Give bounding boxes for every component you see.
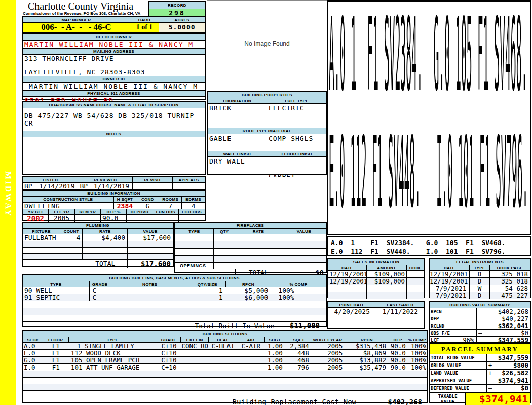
wall-finish-label: WALL FINISH [208,151,267,157]
sketch-panel: A.0 1 F1 SV2384. G.0 105 F1 SV468. E.0 1… [327,0,531,235]
building-sections-title: BUILDING SECTIONS [23,331,427,337]
sales-empty-row [328,285,424,292]
plumbing-empty-row [23,248,173,254]
plumbing-title: PLUMBING [23,223,173,229]
cond-label: COND [136,197,159,202]
physical-address-label: PHYSICAL 911 ADDRESS [23,91,205,97]
legal-date-col-header: DATE [430,265,470,271]
owner-id-label: OWNER ID [23,76,205,83]
building-info-title: BUILDING INFORMATION [23,191,205,197]
plumbing-card: PLUMBING FIXTURE COUNT RATE VALUE FULLBA… [22,222,174,267]
section-empty-row [23,378,427,384]
dep-value: 90.0 [101,215,127,222]
print-date-value: 4/20/2025 [328,308,376,315]
sections-total-value: $402,268 [356,397,422,405]
section-row: I.0 F1 101 ATT UNF GARAGE C+10 1.00 796 … [23,364,427,371]
parcel-row: OBLDG VALUE + $800 [430,362,530,370]
sketch-legend: A.0 1 F1 SV2384. G.0 105 F1 SV468. E.0 1… [327,236,531,256]
heat-col-header: HEAT [209,337,237,343]
rpcn-col-header: RPCN [345,337,389,343]
value-summary-row: OBS F/E – $0 [430,330,530,337]
listed-label: LISTED [23,177,78,183]
construction-style-value: DWELLING [23,202,114,209]
record-box: RECORD 298 [148,1,206,17]
notes-label: NOTES [23,131,205,137]
acres-label: ACRES [159,17,205,23]
sections-total-label: Building Replacement Cost New [233,397,356,405]
ecoobs-label: ECO OBS [179,209,205,215]
sketch-section-text-1: A.0 1 F1 SV2384. G.0 105 F1 SV468. [329,8,527,109]
built-ins-empty-row [23,315,326,322]
depovr-label: DEPOVR [127,209,153,215]
ecoobs-value [179,215,205,222]
bi-comp-col-header: % COMP [271,281,326,287]
dba-label: DBA/BUISNESS NAME/HOUSE NAME & LEGAL DES… [23,102,205,108]
revisit-value [133,183,173,190]
map-card-acres: MAP NUMBER CARD ACRES 006- - A- - - 46-C… [22,16,206,33]
hsqft-label: H SQFT [114,197,137,202]
built-ins-empty-row [23,301,326,308]
building-properties-title: BUILDING PROPERTIES [208,92,326,98]
comp-col-header: % COMP [407,337,428,343]
legal-row: 7/9/2021 D 475 227 [430,292,530,299]
rate-col-header: RATE [83,229,128,234]
reviewed-label: REVIEWED [78,177,133,183]
building-properties-card: BUILDING PROPERTIES FOUNDATION FUEL TYPE… [207,91,327,175]
taxable-value-label: TAXABLE VALUE [430,393,466,405]
value-summary-row: RCLND $362,041 [430,322,530,330]
card-label: CARD [130,17,159,23]
owner-id-value: MARTIN WILLIAM NOBLE III & NANCY M [23,83,205,91]
sec-col-header: SEC# [23,337,43,343]
construction-style-label: CONSTRUCTION STYLE [23,197,114,202]
binder-tab-strip: MIDWAY [0,0,16,405]
yrblt-label: YR BLT [23,209,49,215]
bdrms-value: 4 [182,202,205,209]
built-ins-row: 90 WELL C 1 $5,000 100% [23,287,326,294]
district-tab-label: MIDWAY [3,171,13,217]
sales-card: SALES INFORMATION DATE AMOUNT CODE 12/19… [327,258,425,298]
legal-row: 12/19/2001 D 325 018 [430,271,530,278]
section-empty-row [23,384,427,391]
funobs-label: FUN OBS [153,209,179,215]
print-date-label: PRINT DATE [328,302,376,308]
sales-row: 12/19/2001 $109,000 [328,278,424,285]
foundation-label: FOUNDATION [208,98,267,104]
legal-book-col-header: BOOK PAGE [490,265,530,271]
value-summary-card: BUILDING VALUE SUMMARY RPCN $402,268 DEP… [429,301,531,343]
effyr-value: 2005 [49,215,74,222]
yrblt-value: 2002 [23,215,49,222]
fp-type-col-header: TYPE [175,229,214,234]
roof-material-value: COMP SHGLS [267,134,326,151]
legal-card: LEGAL INSTRUMENTS DATE TYPE BOOK PAGE 12… [429,258,531,298]
fireplaces-empty-row [175,241,326,249]
bdrms-label: BDRMS [182,197,205,202]
county-title: Charlotte County Virginia [22,1,148,11]
remyr-value [75,215,101,222]
appeals-value [173,183,205,190]
revisit-label: REVISIT [133,177,173,183]
value-summary-row: DEP – $40,227 [430,315,530,322]
parcel-summary-title: PARCEL SUMMARY [430,344,530,354]
property-record-card: MIDWAY Charlotte County Virginia Commiss… [0,0,532,405]
sales-date-col-header: DATE [328,265,367,271]
building-info-card: BUILDING INFORMATION CONSTRUCTION STYLE … [22,190,206,221]
print-info-card: PRINT DATE LAST SAVED 4/20/2025 1/11/202… [327,301,425,329]
mailing-line2: FAYETTEVILLE, NC 28303-8303 [23,69,205,76]
built-ins-title: BUILDING BUILT INS, BASEMENTS, ATTICS & … [23,275,326,281]
built-ins-total-value: $11,000 [274,322,320,330]
parcel-row: LAND VALUE + $26,582 [430,370,530,377]
parcel-summary-card: PARCEL SUMMARY TOTAL BLDG VALUE $347,559… [429,343,531,403]
card-value: 1 of 1 [130,23,159,32]
whgt-col-header: WHGT [313,337,325,343]
sketch-legend-line-2: E.0 112 F1 SV448. I.0 101 F1 SV796. [331,247,530,256]
legal-row: 7/9/2021 W 54 628 [430,285,530,292]
extfin-col-header: EXT FIN [181,337,209,343]
bi-rpcn-col-header: RPCN [226,281,272,287]
mailing-line1: 313 THORNCLIFF DRIVE [23,55,205,62]
effyr-label: EFF YR [49,209,74,215]
taxable-value-row: TAXABLE VALUE $374,941 [430,392,530,405]
rooms-value: 7 [159,202,182,209]
parcel-row: DEFERRED VALUE – $0 [430,385,530,392]
bi-type-col-header: TYPE [23,281,90,287]
appeals-label: APPEALS [173,177,205,183]
